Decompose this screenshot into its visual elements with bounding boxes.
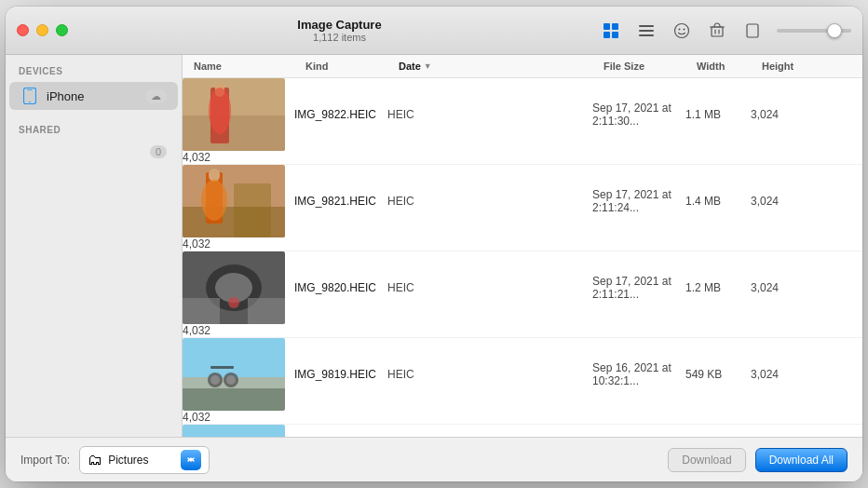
file-kind: HEIC: [387, 281, 592, 294]
iphone-label: iPhone: [47, 89, 145, 103]
table-row[interactable]: IMG_9820.HEIC HEIC Sep 17, 2021 at 2:11:…: [183, 251, 862, 338]
svg-rect-11: [747, 24, 758, 37]
svg-rect-33: [183, 385, 285, 411]
sidebar-item-iphone[interactable]: iPhone ☁: [9, 82, 178, 110]
list-view-button[interactable]: [631, 19, 661, 43]
svg-rect-4: [639, 25, 654, 27]
svg-rect-23: [209, 169, 220, 182]
maximize-button[interactable]: [56, 24, 68, 36]
iphone-icon: [20, 87, 39, 105]
file-size: 1.2 MB: [685, 281, 751, 294]
cloud-icon: ☁: [145, 89, 167, 103]
delete-button[interactable]: [702, 19, 732, 43]
traffic-lights: [17, 24, 68, 36]
import-to-selector[interactable]: 🗂 Pictures: [79, 446, 210, 474]
shared-count-badge: 0: [150, 145, 167, 158]
svg-rect-25: [234, 183, 271, 237]
svg-rect-3: [612, 32, 618, 38]
file-thumbnail: [183, 78, 285, 151]
sidebar: DEVICES iPhone ☁ SHARED 0: [6, 55, 183, 437]
minimize-button[interactable]: [36, 24, 48, 36]
table-row[interactable]: IMG_9816.HEIC HEIC Sep 16, 2021 at 10:32…: [183, 425, 862, 437]
zoom-slider-container: [777, 29, 851, 33]
file-thumbnail: [183, 425, 285, 437]
download-button[interactable]: Download: [668, 448, 745, 472]
svg-rect-6: [639, 34, 654, 36]
svg-rect-0: [604, 23, 610, 30]
rotate-button[interactable]: [738, 19, 767, 43]
svg-point-38: [226, 375, 236, 385]
svg-point-19: [209, 88, 231, 134]
header-date[interactable]: Date ▼: [399, 61, 604, 72]
file-width: 3,024: [751, 368, 816, 381]
svg-rect-5: [639, 30, 654, 32]
import-to-label: Import To:: [20, 454, 70, 467]
file-height: 4,032: [183, 237, 294, 251]
sort-arrow: ▼: [424, 61, 432, 71]
table-row[interactable]: IMG_9822.HEIC HEIC Sep 17, 2021 at 2:11:…: [183, 78, 862, 165]
toolbar-right: [596, 19, 851, 43]
grid-view-button[interactable]: [596, 19, 626, 43]
title-info: Image Capture 1,112 items: [83, 18, 596, 43]
svg-rect-29: [183, 298, 220, 324]
file-width: 3,024: [751, 108, 816, 121]
zoom-slider[interactable]: [777, 29, 851, 33]
svg-rect-30: [248, 298, 285, 324]
file-date: Sep 16, 2021 at 10:32:1...: [592, 361, 685, 387]
import-folder-name: Pictures: [108, 454, 175, 467]
file-name: IMG_9820.HEIC: [294, 281, 387, 294]
header-name: Name: [194, 61, 305, 72]
content-area: DEVICES iPhone ☁ SHARED 0: [6, 55, 862, 437]
title-bar: Image Capture 1,112 items: [6, 7, 862, 55]
shared-section-label: SHARED: [6, 125, 182, 141]
file-width: 3,024: [751, 281, 816, 294]
file-kind: HEIC: [387, 195, 592, 208]
svg-point-13: [29, 102, 31, 103]
svg-rect-2: [604, 32, 610, 38]
svg-point-31: [228, 297, 239, 308]
svg-point-7: [675, 23, 689, 37]
svg-rect-10: [712, 27, 723, 36]
header-width: Width: [697, 61, 762, 72]
file-date: Sep 17, 2021 at 2:11:24...: [592, 188, 685, 214]
header-file-size: File Size: [604, 61, 697, 72]
window-title: Image Capture: [297, 18, 381, 32]
svg-point-9: [684, 28, 685, 30]
main-window: Image Capture 1,112 items: [6, 7, 862, 481]
file-name: IMG_9819.HEIC: [294, 368, 387, 381]
file-thumbnail: [183, 165, 285, 237]
file-height: 4,032: [183, 151, 294, 164]
emoji-button[interactable]: [667, 19, 697, 43]
file-name: IMG_9821.HEIC: [294, 195, 387, 208]
dropdown-arrow: [181, 450, 201, 470]
header-height: Height: [762, 61, 827, 72]
table-row[interactable]: IMG_9819.HEIC HEIC Sep 16, 2021 at 10:32…: [183, 338, 862, 425]
svg-rect-39: [210, 366, 234, 369]
file-size: 549 KB: [685, 368, 751, 381]
file-rows: IMG_9822.HEIC HEIC Sep 17, 2021 at 2:11:…: [183, 78, 862, 437]
file-date: Sep 17, 2021 at 2:11:30...: [592, 102, 685, 128]
file-height: 4,032: [183, 324, 294, 337]
svg-rect-16: [183, 115, 285, 151]
file-width: 3,024: [751, 195, 816, 208]
svg-rect-1: [612, 23, 618, 30]
shared-section: SHARED 0: [6, 125, 182, 163]
folder-icon: 🗂: [88, 452, 102, 468]
file-size: 1.1 MB: [685, 108, 751, 121]
sidebar-shared-item[interactable]: 0: [9, 141, 178, 163]
file-thumbnail: [183, 251, 285, 324]
file-thumbnail: [183, 338, 285, 411]
file-kind: HEIC: [387, 108, 592, 121]
file-name: IMG_9822.HEIC: [294, 108, 387, 121]
download-all-button[interactable]: Download All: [755, 448, 848, 472]
svg-point-24: [201, 180, 227, 221]
footer: Import To: 🗂 Pictures Download Download …: [6, 437, 862, 481]
table-row[interactable]: IMG_9821.HEIC HEIC Sep 17, 2021 at 2:11:…: [183, 165, 862, 251]
window-subtitle: 1,112 items: [313, 32, 366, 43]
file-height: 4,032: [183, 411, 294, 424]
file-date: Sep 17, 2021 at 2:11:21...: [592, 275, 685, 301]
svg-point-8: [679, 28, 681, 30]
close-button[interactable]: [17, 24, 29, 36]
file-kind: HEIC: [387, 368, 592, 381]
svg-point-36: [210, 375, 220, 385]
